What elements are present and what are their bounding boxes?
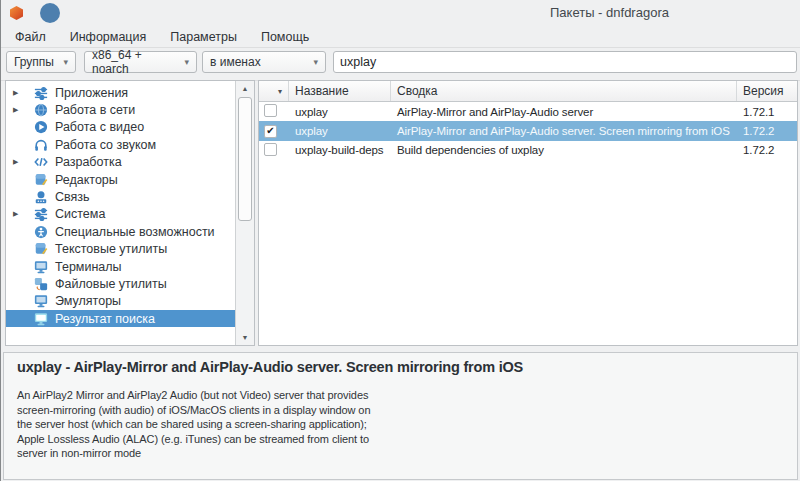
- dnfdragora-window: Пакеты - dnfdragora Файл Информация Пара…: [0, 0, 800, 481]
- window-title: Пакеты - dnfdragora: [550, 5, 669, 20]
- table-row[interactable]: uxplay-build-depsBuild dependencies of u…: [259, 141, 797, 160]
- sidebar-item-4[interactable]: Работа со звуком: [6, 136, 235, 153]
- sliders-icon: [34, 207, 49, 222]
- package-checkbox[interactable]: [264, 104, 277, 117]
- sidebar-item-label: Эмуляторы: [55, 294, 121, 308]
- search-scope-select[interactable]: в именах ▾: [202, 51, 326, 73]
- category-tree: ▶Приложения▶Работа в сетиРабота с видеоР…: [6, 84, 235, 327]
- accessibility-icon: [34, 224, 49, 239]
- search-scope-value: в именах: [210, 55, 261, 69]
- sidebar-item-label: Текстовые утилиты: [55, 242, 167, 256]
- expander-icon[interactable]: ▶: [6, 210, 26, 218]
- package-summary: AirPlay-Mirror and AirPlay-Audio server: [391, 106, 737, 118]
- scroll-up-icon[interactable]: ▲: [237, 82, 253, 95]
- sidebar-item-12[interactable]: Файловые утилиты: [6, 275, 235, 292]
- package-name: uxplay: [289, 106, 391, 118]
- busy-indicator-icon: [40, 3, 60, 23]
- package-name: uxplay-build-deps: [289, 144, 391, 156]
- editor-icon: [34, 172, 49, 187]
- scrollbar-thumb[interactable]: [238, 97, 252, 221]
- package-checkbox[interactable]: ✔: [264, 125, 277, 138]
- expander-icon[interactable]: ▶: [6, 158, 26, 166]
- groups-filter-value: Группы: [14, 55, 54, 69]
- sidebar-item-label: Работа со звуком: [55, 138, 156, 152]
- package-summary: Build dependencies of uxplay: [391, 144, 737, 156]
- expander-icon[interactable]: ▶: [6, 106, 26, 114]
- sidebar-item-13[interactable]: Эмуляторы: [6, 293, 235, 310]
- package-table-pane: ▾ Название Сводка Версия uxplayAirPlay-M…: [258, 80, 798, 346]
- sidebar-item-10[interactable]: Текстовые утилиты: [6, 241, 235, 258]
- sidebar-item-label: Разработка: [55, 155, 122, 169]
- sidebar-item-label: Приложения: [55, 86, 128, 100]
- package-summary: AirPlay-Mirror and AirPlay-Audio server.…: [391, 125, 737, 137]
- monitor-icon: [34, 294, 49, 309]
- globe-icon: [34, 103, 49, 118]
- column-header-select[interactable]: ▾: [259, 81, 289, 101]
- sidebar-item-5[interactable]: ▶Разработка: [6, 154, 235, 171]
- sidebar-item-label: Результат поиска: [55, 312, 155, 326]
- checkbox-cell: [259, 143, 289, 158]
- monitor-icon: [34, 259, 49, 274]
- scroll-down-icon[interactable]: ▼: [237, 331, 253, 344]
- sidebar-item-label: Работа с видео: [55, 120, 144, 134]
- table-row[interactable]: ✔uxplayAirPlay-Mirror and AirPlay-Audio …: [259, 121, 797, 140]
- filter-toolbar: Группы ▾ x86_64 + noarch ▾ в именах ▾: [1, 48, 800, 81]
- arch-filter-select[interactable]: x86_64 + noarch ▾: [84, 51, 197, 73]
- table-row[interactable]: uxplayAirPlay-Mirror and AirPlay-Audio s…: [259, 102, 797, 121]
- package-version: 1.72.2: [737, 125, 797, 137]
- package-version: 1.72.2: [737, 144, 797, 156]
- files-icon: [34, 276, 49, 291]
- package-table-body: uxplayAirPlay-Mirror and AirPlay-Audio s…: [259, 102, 797, 160]
- package-details-title: uxplay - AirPlay-Mirror and AirPlay-Audi…: [17, 359, 797, 375]
- play-icon: [34, 120, 49, 135]
- category-tree-pane: ▶Приложения▶Работа в сетиРабота с видеоР…: [5, 80, 255, 346]
- checkbox-cell: ✔: [259, 124, 289, 138]
- search-input[interactable]: [333, 51, 797, 73]
- arch-filter-value: x86_64 + noarch: [92, 48, 178, 76]
- sidebar-scrollbar[interactable]: ▲ ▼: [235, 81, 254, 345]
- sidebar-item-2[interactable]: ▶Работа в сети: [6, 101, 235, 118]
- package-details-description: An AirPlay2 Mirror and AirPlay2 Audio (b…: [17, 388, 797, 461]
- menu-help[interactable]: Помощь: [261, 30, 309, 44]
- groups-filter-select[interactable]: Группы ▾: [6, 51, 76, 73]
- column-header-summary[interactable]: Сводка: [391, 81, 737, 101]
- menu-options[interactable]: Параметры: [170, 30, 237, 44]
- sidebar-item-6[interactable]: Редакторы: [6, 171, 235, 188]
- package-checkbox[interactable]: [264, 143, 277, 156]
- package-version: 1.72.1: [737, 106, 797, 118]
- menu-information[interactable]: Информация: [70, 30, 147, 44]
- sidebar-item-label: Система: [55, 207, 105, 221]
- menu-file[interactable]: Файл: [15, 30, 46, 44]
- column-header-name[interactable]: Название: [289, 81, 391, 101]
- sidebar-item-label: Специальные возможности: [55, 225, 215, 239]
- sidebar-item-14[interactable]: Результат поиска: [6, 310, 235, 327]
- sidebar-item-label: Терминалы: [55, 260, 122, 274]
- sidebar-item-9[interactable]: Специальные возможности: [6, 223, 235, 240]
- code-icon: [34, 155, 49, 170]
- expander-icon[interactable]: ▶: [6, 89, 26, 97]
- table-header: ▾ Название Сводка Версия: [259, 81, 797, 102]
- checkbox-cell: [259, 104, 289, 119]
- monitor-icon: [34, 311, 49, 326]
- sidebar-item-label: Файловые утилиты: [55, 277, 167, 291]
- chevron-down-icon: ▾: [313, 57, 318, 67]
- communication-icon: [34, 190, 49, 205]
- column-header-version[interactable]: Версия: [737, 81, 797, 101]
- editor-icon: [34, 242, 49, 257]
- titlebar: Пакеты - dnfdragora: [1, 0, 800, 27]
- dnfdragora-app-icon: [10, 6, 23, 20]
- package-name: uxplay: [289, 125, 391, 137]
- sidebar-item-label: Редакторы: [55, 173, 118, 187]
- sliders-icon: [34, 85, 49, 100]
- sidebar-item-3[interactable]: Работа с видео: [6, 119, 235, 136]
- chevron-down-icon: ▾: [63, 57, 68, 67]
- sort-indicator-icon: ▾: [278, 87, 282, 96]
- sidebar-item-11[interactable]: Терминалы: [6, 258, 235, 275]
- sidebar-item-7[interactable]: Связь: [6, 188, 235, 205]
- sidebar-item-1[interactable]: ▶Приложения: [6, 84, 235, 101]
- menubar: Файл Информация Параметры Помощь: [1, 26, 800, 48]
- chevron-down-icon: ▾: [184, 57, 189, 67]
- sidebar-item-label: Связь: [55, 190, 90, 204]
- sidebar-item-label: Работа в сети: [55, 103, 135, 117]
- sidebar-item-8[interactable]: ▶Система: [6, 206, 235, 223]
